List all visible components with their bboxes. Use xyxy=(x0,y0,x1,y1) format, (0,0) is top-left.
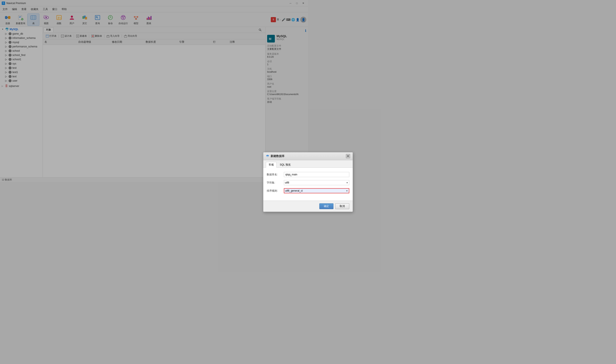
modal-title: 新建数据库 xyxy=(266,154,285,158)
svg-point-64 xyxy=(266,155,269,156)
charset-select[interactable]: utf8 ▼ xyxy=(284,180,308,182)
modal-tabs: 常规 SQL 预览 xyxy=(263,160,308,168)
form-row-charset: 字符集: utf8 ▼ xyxy=(267,180,308,182)
charset-label: 字符集: xyxy=(267,181,284,182)
modal-overlay: 新建数据库 ✕ 常规 SQL 预览 数据库名: 字符集: utf8 ▼ xyxy=(0,0,308,182)
modal-body: 数据库名: 字符集: utf8 ▼ 排序规则: utf8_general_ci … xyxy=(263,168,308,182)
modal-tab-sql-preview[interactable]: SQL 预览 xyxy=(277,162,293,168)
modal-db-icon xyxy=(266,155,269,158)
form-row-db-name: 数据库名: xyxy=(267,172,308,177)
new-database-modal: 新建数据库 ✕ 常规 SQL 预览 数据库名: 字符集: utf8 ▼ xyxy=(263,152,308,182)
db-name-input[interactable] xyxy=(284,172,308,177)
modal-tab-general[interactable]: 常规 xyxy=(266,162,276,168)
db-name-label: 数据库名: xyxy=(267,173,284,176)
modal-title-bar: 新建数据库 ✕ xyxy=(263,152,308,160)
charset-value: utf8 xyxy=(285,181,308,182)
